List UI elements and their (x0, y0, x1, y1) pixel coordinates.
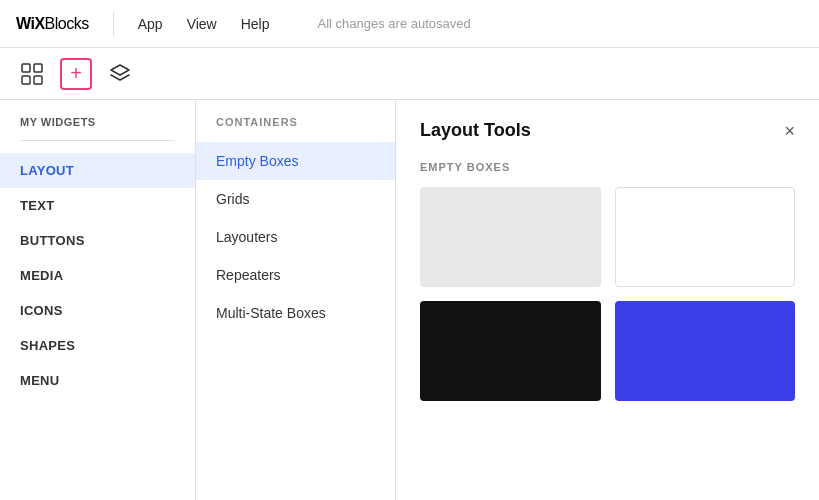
box-blue[interactable] (615, 301, 796, 401)
left-sidebar: MY WIDGETS LAYOUT TEXT BUTTONS MEDIA ICO… (0, 100, 196, 500)
middle-item-multistate[interactable]: Multi-State Boxes (196, 294, 395, 332)
add-button[interactable]: + (60, 58, 92, 90)
right-panel-header: Layout Tools × (420, 120, 795, 141)
boxes-grid (420, 187, 795, 401)
svg-rect-0 (22, 64, 30, 72)
nav-help[interactable]: Help (241, 16, 270, 32)
logo: WiXBlocks (16, 15, 89, 33)
sidebar-item-menu[interactable]: MENU (0, 363, 195, 398)
nav-app[interactable]: App (138, 16, 163, 32)
logo-blocks: Blocks (45, 15, 89, 33)
middle-section-title: CONTAINERS (196, 116, 395, 142)
svg-rect-2 (22, 76, 30, 84)
sidebar-item-layout[interactable]: LAYOUT (0, 153, 195, 188)
middle-panel: CONTAINERS Empty Boxes Grids Layouters R… (196, 100, 396, 500)
sidebar-title: MY WIDGETS (0, 116, 195, 140)
layers-icon[interactable] (104, 58, 136, 90)
sidebar-divider (20, 140, 175, 141)
box-white[interactable] (615, 187, 796, 287)
sidebar-item-icons[interactable]: ICONS (0, 293, 195, 328)
svg-rect-1 (34, 64, 42, 72)
main-layout: MY WIDGETS LAYOUT TEXT BUTTONS MEDIA ICO… (0, 100, 819, 500)
middle-item-empty-boxes[interactable]: Empty Boxes (196, 142, 395, 180)
right-panel: Layout Tools × EMPTY BOXES (396, 100, 819, 500)
nav-divider (113, 12, 114, 36)
sidebar-item-buttons[interactable]: BUTTONS (0, 223, 195, 258)
right-panel-title: Layout Tools (420, 120, 531, 141)
top-nav: WiXBlocks App View Help All changes are … (0, 0, 819, 48)
sidebar-item-media[interactable]: MEDIA (0, 258, 195, 293)
box-light-gray[interactable] (420, 187, 601, 287)
toolbar: + (0, 48, 819, 100)
middle-item-grids[interactable]: Grids (196, 180, 395, 218)
svg-rect-3 (34, 76, 42, 84)
nav-menu: App View Help All changes are autosaved (138, 16, 471, 32)
box-black[interactable] (420, 301, 601, 401)
widget-icon[interactable] (16, 58, 48, 90)
middle-item-repeaters[interactable]: Repeaters (196, 256, 395, 294)
nav-view[interactable]: View (187, 16, 217, 32)
empty-boxes-label: EMPTY BOXES (420, 161, 795, 173)
sidebar-item-shapes[interactable]: SHAPES (0, 328, 195, 363)
sidebar-item-text[interactable]: TEXT (0, 188, 195, 223)
close-button[interactable]: × (784, 122, 795, 140)
middle-item-layouters[interactable]: Layouters (196, 218, 395, 256)
autosave-status: All changes are autosaved (318, 16, 471, 31)
logo-wix: WiX (16, 15, 45, 33)
